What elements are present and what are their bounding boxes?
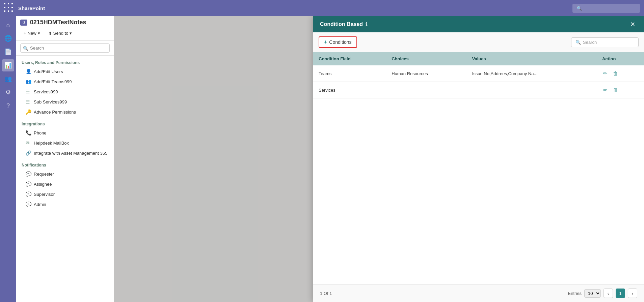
modal-panel: Condition Based ℹ ✕ + Conditions 🔍 Searc… xyxy=(313,16,644,302)
sidebar-item-services[interactable]: ☰ Services999 xyxy=(16,87,114,97)
sidebar-item-requester[interactable]: 💬 Requester xyxy=(16,169,114,179)
send-to-button[interactable]: ⬆ Send to ▾ xyxy=(45,29,76,37)
sidebar-item-integrate-asset[interactable]: 🔗 Integrate with Asset Management 365 xyxy=(16,148,114,158)
modal-search-bar[interactable]: 🔍 Search xyxy=(571,37,639,47)
sidebar-icon-help[interactable]: ? xyxy=(2,100,14,112)
page-header: 0 0215HDMTestNotes xyxy=(16,16,114,26)
sidebar-icon-settings[interactable]: ⚙ xyxy=(2,86,14,98)
conditions-table: Condition Field Choices Values Action Te… xyxy=(313,52,644,284)
next-page-button[interactable]: › xyxy=(628,289,637,298)
phone-icon: 📞 xyxy=(26,130,31,135)
mail-icon: ✉ xyxy=(26,140,31,146)
sidebar-item-helpdesk-mailbox[interactable]: ✉ Helpdesk MailBox xyxy=(16,138,114,148)
edit-icon[interactable]: ✏ xyxy=(602,69,609,78)
link-icon: 🔗 xyxy=(26,150,31,156)
edit-icon[interactable]: ✏ xyxy=(602,86,609,94)
chat-icon-3: 💬 xyxy=(26,191,31,197)
icon-sidebar: ⌂ 🌐 📄 📊 👥 ⚙ ? xyxy=(0,16,16,302)
sidebar-sections: Users, Roles and Permissions 👤 Add/Edit … xyxy=(16,56,114,209)
new-button[interactable]: + New ▾ xyxy=(20,29,44,37)
modal-header: Condition Based ℹ ✕ xyxy=(313,16,644,32)
teams-icon: 👥 xyxy=(26,79,31,84)
plus-icon: + xyxy=(324,39,327,45)
delete-icon[interactable]: 🗑 xyxy=(612,69,619,78)
entries-label: Entries xyxy=(568,291,582,296)
send-icon: ⬆ xyxy=(48,31,52,36)
chat-icon-4: 💬 xyxy=(26,202,31,207)
modal-close-button[interactable]: ✕ xyxy=(628,20,637,29)
prev-page-button[interactable]: ‹ xyxy=(603,289,613,298)
search-input[interactable] xyxy=(20,43,110,53)
cell-values xyxy=(467,82,597,98)
main-content: Condition Based ℹ ✕ + Conditions 🔍 Searc… xyxy=(114,16,644,302)
col-header-choices: Choices xyxy=(386,52,466,65)
sidebar-icon-globe[interactable]: 🌐 xyxy=(2,32,14,44)
sidebar-item-phone[interactable]: 📞 Phone xyxy=(16,128,114,138)
search-icon: 🔍 xyxy=(575,40,581,45)
sidebar-icon-people[interactable]: 👥 xyxy=(2,73,14,85)
cell-choices xyxy=(386,82,466,98)
cell-action: ✏ 🗑 xyxy=(597,65,644,82)
sidebar-icon-file[interactable]: 📄 xyxy=(2,46,14,58)
section-title-notifications: Notifications xyxy=(16,158,114,169)
info-icon: ℹ xyxy=(366,22,367,27)
sidebar-icon-chart[interactable]: 📊 xyxy=(2,59,14,71)
chevron-down-icon: ▾ xyxy=(38,31,40,36)
sub-services-icon: ☰ xyxy=(26,99,31,104)
sidebar-item-sub-services[interactable]: ☰ Sub Services999 xyxy=(16,97,114,107)
sidebar-item-assignee[interactable]: 💬 Assignee xyxy=(16,179,114,189)
col-header-condition-field: Condition Field xyxy=(313,52,386,65)
cell-action: ✏ 🗑 xyxy=(597,82,644,98)
add-conditions-button[interactable]: + Conditions xyxy=(319,36,357,48)
table-row: Teams Human Resources Issue No,Addrees,C… xyxy=(313,65,644,82)
toolbar: + New ▾ ⬆ Send to ▾ xyxy=(16,26,114,41)
cell-condition-field: Services xyxy=(313,82,386,98)
sidebar-icon-home[interactable]: ⌂ xyxy=(2,19,14,31)
sidebar-search-bar: 🔍 xyxy=(16,41,114,56)
chat-icon: 💬 xyxy=(26,171,31,177)
modal-toolbar: + Conditions 🔍 Search xyxy=(313,32,644,52)
search-icon: 🔍 xyxy=(23,46,28,51)
sidebar-item-add-edit-users[interactable]: 👤 Add/Edit Users xyxy=(16,66,114,77)
cell-choices: Human Resources xyxy=(386,65,466,82)
chat-icon-2: 💬 xyxy=(26,181,31,187)
main-layout: ⌂ 🌐 📄 📊 👥 ⚙ ? 0 0215HDMTestNotes + New ▾… xyxy=(0,16,644,302)
sidebar-item-supervisor[interactable]: 💬 Supervisor xyxy=(16,189,114,199)
modal-title: Condition Based ℹ xyxy=(320,21,367,27)
modal-footer: 1 Of 1 Entries 10 25 50 ‹ 1 › xyxy=(313,284,644,302)
table-row: Services ✏ 🗑 xyxy=(313,82,644,98)
entries-select[interactable]: 10 25 50 xyxy=(584,289,601,298)
sidebar-item-advance-permissions[interactable]: 🔑 Advance Permissions xyxy=(16,107,114,117)
cell-condition-field: Teams xyxy=(313,65,386,82)
cell-values: Issue No,Addrees,Company Na... xyxy=(467,65,597,82)
page-badge: 0 xyxy=(20,20,27,26)
pagination-info: 1 Of 1 xyxy=(320,291,332,296)
content-sidebar: 0 0215HDMTestNotes + New ▾ ⬆ Send to ▾ 🔍 xyxy=(16,16,114,302)
top-navbar: SharePoint 🔍 xyxy=(0,0,644,16)
section-title-integrations: Integrations xyxy=(16,117,114,128)
section-title-users: Users, Roles and Permissions xyxy=(16,56,114,66)
sidebar-item-admin[interactable]: 💬 Admin xyxy=(16,199,114,209)
app-grid-button[interactable] xyxy=(4,3,14,13)
top-search-icon: 🔍 xyxy=(576,6,582,11)
top-search-bar[interactable]: 🔍 xyxy=(572,4,640,13)
pagination-controls: Entries 10 25 50 ‹ 1 › xyxy=(568,289,637,298)
key-icon: 🔑 xyxy=(26,109,31,115)
col-header-values: Values xyxy=(467,52,597,65)
delete-icon[interactable]: 🗑 xyxy=(612,86,619,94)
col-header-action: Action xyxy=(597,52,644,65)
sidebar-item-add-edit-teams[interactable]: 👥 Add/Edit Teams999 xyxy=(16,77,114,87)
chevron-down-icon: ▾ xyxy=(70,31,72,36)
services-icon: ☰ xyxy=(26,89,31,94)
app-logo: SharePoint xyxy=(18,5,45,11)
page-title: 0215HDMTestNotes xyxy=(30,19,86,26)
plus-icon: + xyxy=(24,31,26,36)
user-icon: 👤 xyxy=(26,69,31,74)
page-1-button[interactable]: 1 xyxy=(616,289,625,298)
